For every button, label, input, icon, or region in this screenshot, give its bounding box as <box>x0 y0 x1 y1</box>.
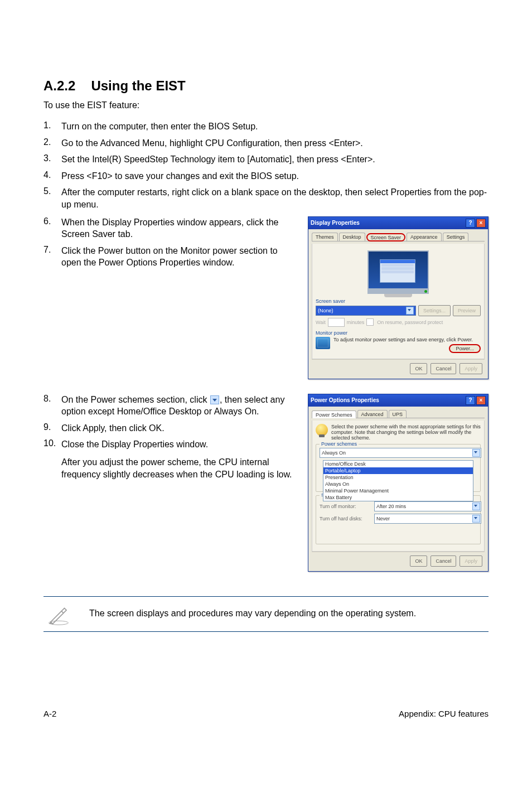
help-button[interactable]: ? <box>466 396 475 405</box>
turn-off-disks-label: Turn off hard disks: <box>320 516 371 521</box>
list-item[interactable]: Always On <box>323 481 473 487</box>
tab-desktop[interactable]: Desktop <box>339 233 365 241</box>
wait-unit: minutes <box>347 320 365 325</box>
list-item[interactable]: Presentation <box>323 474 473 481</box>
wait-label: Wait <box>316 320 326 325</box>
power-scheme-select[interactable]: Always On <box>320 448 481 458</box>
tab-settings[interactable]: Settings <box>443 233 469 241</box>
list-item[interactable]: Home/Office Desk <box>323 461 473 467</box>
list-item: 6.When the Display Properties window app… <box>43 216 297 240</box>
settings-button[interactable]: Settings... <box>418 305 451 316</box>
tab-advanced[interactable]: Advanced <box>357 410 388 418</box>
wait-spinner[interactable] <box>328 318 345 327</box>
dialog-title: Display Properties <box>311 220 465 226</box>
screensaver-group-label: Screen saver <box>316 298 481 304</box>
tab-themes[interactable]: Themes <box>312 233 338 241</box>
page-footer: A-2 Appendix: CPU features <box>43 709 489 718</box>
bulb-icon <box>316 424 328 436</box>
power-options-dialog: Power Options Properties ? × Power Schem… <box>308 394 489 572</box>
tab-ups[interactable]: UPS <box>389 410 407 418</box>
tab-appearance[interactable]: Appearance <box>407 233 442 241</box>
chevron-down-icon <box>472 449 480 457</box>
intro-text: To use the EIST feature: <box>43 100 489 110</box>
footer-right: Appendix: CPU features <box>399 709 489 718</box>
list-item: 8. On the Power schemes section, click ,… <box>43 394 297 418</box>
display-properties-dialog: Display Properties ? × Themes Desktop Sc… <box>308 216 489 379</box>
turn-off-disks-select[interactable]: Never <box>374 514 481 524</box>
close-button[interactable]: × <box>476 219 486 228</box>
preview-button[interactable]: Preview <box>453 305 481 316</box>
power-button[interactable]: Power... <box>449 344 481 353</box>
close-button[interactable]: × <box>476 396 486 405</box>
section-title: Using the EIST <box>91 78 185 93</box>
apply-button[interactable]: Apply <box>460 555 482 567</box>
chevron-down-icon <box>472 515 480 523</box>
ok-button[interactable]: OK <box>410 363 427 374</box>
turn-off-monitor-select[interactable]: After 20 mins <box>374 501 481 511</box>
chevron-down-icon <box>472 503 480 510</box>
tab-screen-saver[interactable]: Screen Saver <box>366 233 406 241</box>
note-box: The screen displays and procedures may v… <box>43 597 489 631</box>
chevron-down-icon <box>210 395 219 404</box>
power-options-description: Select the power scheme with the most ap… <box>331 424 481 441</box>
monitor-power-text: To adjust monitor power settings and sav… <box>333 337 481 342</box>
section-heading: A.2.2Using the EIST <box>43 78 489 94</box>
note-text: The screen displays and procedures may v… <box>89 608 416 620</box>
monitor-power-group-label: Monitor power <box>316 330 481 336</box>
chevron-down-icon <box>406 307 414 315</box>
screensaver-select[interactable]: (None) <box>316 306 416 316</box>
tab-power-schemes[interactable]: Power Schemes <box>312 410 356 418</box>
list-item: 3.Set the Intel(R) SpeedStep Technology … <box>43 153 489 166</box>
power-schemes-label: Power schemes <box>320 441 359 447</box>
list-item: 5.After the computer restarts, right cli… <box>43 186 489 210</box>
dialog-title: Power Options Properties <box>311 397 465 403</box>
list-item: 10.Close the Display Properties window. <box>43 438 297 451</box>
list-item: 2.Go to the Advanced Menu, highlight CPU… <box>43 137 489 149</box>
pencil-icon <box>47 602 70 626</box>
cancel-button[interactable]: Cancel <box>431 363 456 374</box>
list-item[interactable]: Portable/Laptop <box>323 467 473 474</box>
list-item[interactable]: Max Battery <box>323 494 473 501</box>
footer-left: A-2 <box>43 709 56 718</box>
list-item: 9.Click Apply, then click OK. <box>43 422 297 434</box>
help-button[interactable]: ? <box>466 219 475 228</box>
tab-strip: Themes Desktop Screen Saver Appearance S… <box>312 233 485 241</box>
cancel-button[interactable]: Cancel <box>431 555 456 567</box>
list-item: 1.Turn on the computer, then enter the B… <box>43 120 489 133</box>
monitor-preview <box>367 250 429 294</box>
turn-off-monitor-label: Turn off monitor: <box>320 504 371 509</box>
apply-button[interactable]: Apply <box>460 363 482 374</box>
list-item[interactable]: Minimal Power Management <box>323 487 473 494</box>
power-scheme-dropdown-list[interactable]: Home/Office Desk Portable/Laptop Present… <box>323 460 473 501</box>
section-number: A.2.2 <box>43 78 75 94</box>
monitor-icon <box>316 337 330 349</box>
resume-label: On resume, password protect <box>377 320 443 325</box>
after-paragraph: After you adjust the power scheme, the C… <box>61 456 297 480</box>
ok-button[interactable]: OK <box>410 555 427 567</box>
tab-strip: Power Schemes Advanced UPS <box>312 410 485 418</box>
list-item: 7.Click the Power button on the Monitor … <box>43 245 297 269</box>
list-item: 4.Press <F10> to save your changes and e… <box>43 170 489 182</box>
resume-checkbox[interactable] <box>366 318 374 326</box>
